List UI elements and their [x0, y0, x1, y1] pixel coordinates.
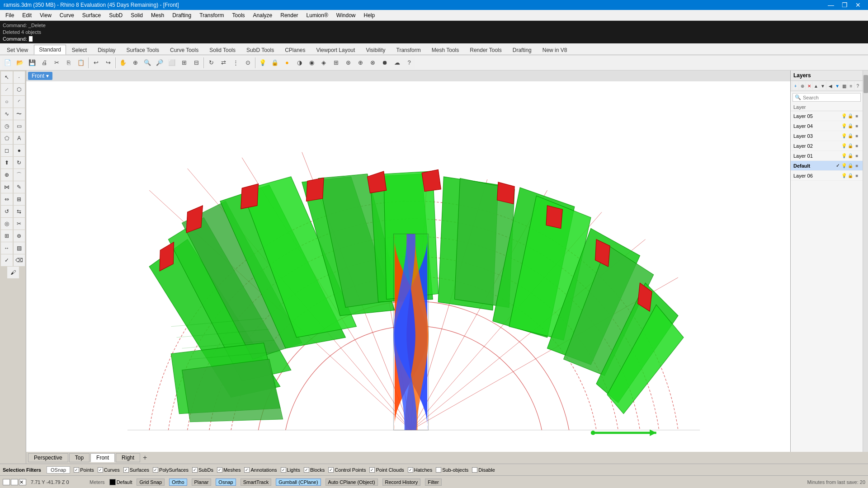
tab-perspective[interactable]: Perspective [28, 453, 68, 462]
tab-cplanes[interactable]: CPlanes [280, 45, 310, 55]
tab-top[interactable]: Top [69, 453, 90, 462]
auto-cplane-button[interactable]: Auto CPlane (Object) [326, 479, 378, 486]
tool-grid2[interactable]: ⊞ [1, 230, 13, 242]
right-scrollbar[interactable] [863, 70, 868, 452]
tool-check[interactable]: ✓ [1, 254, 13, 266]
tool-rotate3d[interactable]: ↺ [1, 206, 13, 217]
tool-select-arrow[interactable]: ↖ [1, 71, 13, 83]
command-input-area[interactable]: Command: [3, 36, 865, 42]
menu-render[interactable]: Render [277, 11, 302, 19]
tb-zoom-in[interactable]: 🔍 [142, 57, 153, 69]
scrollbar-thumb[interactable] [863, 75, 868, 93]
grid-snap-button[interactable]: Grid Snap [137, 479, 165, 486]
tb-zoom-selected[interactable]: ⬜ [166, 57, 178, 69]
gumball-button[interactable]: Gumball (CPlane) [276, 479, 321, 486]
tool-trim[interactable]: ✂ [14, 218, 25, 230]
tb-print[interactable]: 🖨 [38, 57, 50, 69]
filter-point-clouds-checkbox[interactable] [369, 467, 375, 473]
tool-mirror2[interactable]: ⇆ [14, 206, 25, 217]
tb-rotate[interactable]: ↻ [205, 57, 217, 69]
layer-move-up[interactable]: ▲ [813, 82, 819, 90]
minimize-button[interactable]: — [825, 0, 837, 10]
tb-array[interactable]: ⋮ [230, 57, 241, 69]
tab-curve-tools[interactable]: Curve Tools [165, 45, 203, 55]
layer-new-sublayer[interactable]: ⊕ [799, 82, 805, 90]
tb-help-tb[interactable]: ? [403, 57, 415, 69]
tb-material[interactable]: ◑ [293, 57, 305, 69]
layer-row[interactable]: Layer 04 💡 🔒 ■ [791, 121, 863, 131]
tb-open[interactable]: 📂 [14, 57, 26, 69]
layer-color-04[interactable]: ■ [854, 123, 860, 129]
viewport-dropdown-icon[interactable]: ▾ [46, 73, 49, 79]
search-input[interactable] [803, 95, 859, 100]
layer-help[interactable]: ? [855, 82, 861, 90]
tool-fillet[interactable]: ⌒ [14, 169, 25, 181]
tab-front[interactable]: Front [90, 453, 115, 462]
layer-table-view[interactable]: ▦ [841, 82, 847, 90]
tb-color[interactable]: ● [281, 57, 293, 69]
filter-control-points-checkbox[interactable] [328, 467, 334, 473]
tb-record[interactable]: ⏺ [379, 57, 391, 69]
tool-point[interactable]: · [14, 71, 25, 83]
tb-grid[interactable]: ⊞ [330, 57, 342, 69]
tab-mesh-tools[interactable]: Mesh Tools [427, 45, 464, 55]
osnap-tab[interactable]: OSnap [47, 466, 70, 474]
tb-copy[interactable]: ⎘ [63, 57, 75, 69]
menu-surface[interactable]: Surface [79, 11, 104, 19]
menu-help[interactable]: Help [360, 11, 379, 19]
tool-plane[interactable]: ◻ [1, 145, 13, 156]
tb-select-all[interactable]: ⊕ [129, 57, 141, 69]
tab-set-view[interactable]: Set View [2, 45, 33, 55]
status-close-x[interactable]: ✕ [19, 479, 26, 485]
tool-analyze[interactable]: ◎ [1, 218, 13, 230]
tool-sphere[interactable]: ● [14, 145, 25, 156]
tab-render-tools[interactable]: Render Tools [465, 45, 507, 55]
menu-lumion[interactable]: Lumion® [303, 11, 332, 19]
smart-track-button[interactable]: SmartTrack [241, 479, 271, 486]
filter-surfaces-checkbox[interactable] [123, 467, 129, 473]
layer-list-view[interactable]: ≡ [848, 82, 854, 90]
menu-transform[interactable]: Transform [196, 11, 227, 19]
layer-lock-06[interactable]: 🔒 [847, 173, 854, 179]
tb-save[interactable]: 💾 [26, 57, 38, 69]
tb-cut[interactable]: ✂ [51, 57, 62, 69]
tool-freeform[interactable]: ◷ [1, 120, 13, 132]
tool-polygon[interactable]: ⬠ [1, 132, 13, 144]
layer-color-05[interactable]: ■ [854, 113, 860, 119]
layer-move-down[interactable]: ▼ [820, 82, 826, 90]
layer-back[interactable]: ◀ [827, 82, 833, 90]
filter-annotations-checkbox[interactable] [244, 467, 250, 473]
layer-lock-03[interactable]: 🔒 [847, 133, 854, 139]
layer-lock-default[interactable]: 🔒 [847, 163, 854, 169]
tb-new[interactable]: 📄 [2, 57, 14, 69]
tb-pan[interactable]: ✋ [117, 57, 129, 69]
menu-tools[interactable]: Tools [229, 11, 249, 19]
filter-curves-checkbox[interactable] [98, 467, 103, 473]
tool-curve2[interactable]: 〜 [14, 108, 25, 120]
color-swatch[interactable] [109, 479, 116, 485]
layer-row[interactable]: Layer 03 💡 🔒 ■ [791, 131, 863, 141]
layer-row[interactable]: Layer 05 💡 🔒 ■ [791, 111, 863, 121]
menu-curve[interactable]: Curve [56, 11, 78, 19]
filter-meshes-checkbox[interactable] [217, 467, 222, 473]
layer-new-button[interactable]: + [793, 82, 798, 90]
layer-color-03[interactable]: ■ [854, 133, 860, 139]
tb-redo[interactable]: ↪ [102, 57, 114, 69]
tab-transform[interactable]: Transform [392, 45, 426, 55]
tab-standard[interactable]: Standard [34, 45, 66, 55]
tool-polyline[interactable]: ⬡ [14, 84, 25, 95]
tab-solid-tools[interactable]: Solid Tools [204, 45, 241, 55]
filter-button[interactable]: Filter [425, 479, 441, 486]
menu-window[interactable]: Window [333, 11, 359, 19]
layer-row[interactable]: Layer 01 💡 🔒 ■ [791, 151, 863, 161]
tb-mirror[interactable]: ⇄ [217, 57, 229, 69]
layer-bulb-03[interactable]: 💡 [841, 133, 847, 139]
tb-paste[interactable]: 📋 [75, 57, 87, 69]
tab-select[interactable]: Select [67, 45, 92, 55]
layer-color-02[interactable]: ■ [854, 143, 860, 149]
layer-bulb-04[interactable]: 💡 [841, 123, 847, 129]
tool-scale[interactable]: ⊞ [14, 193, 25, 205]
filter-disable-checkbox[interactable] [472, 467, 477, 473]
filter-polysurfaces-checkbox[interactable] [153, 467, 158, 473]
tool-line[interactable]: ⟋ [1, 84, 13, 95]
